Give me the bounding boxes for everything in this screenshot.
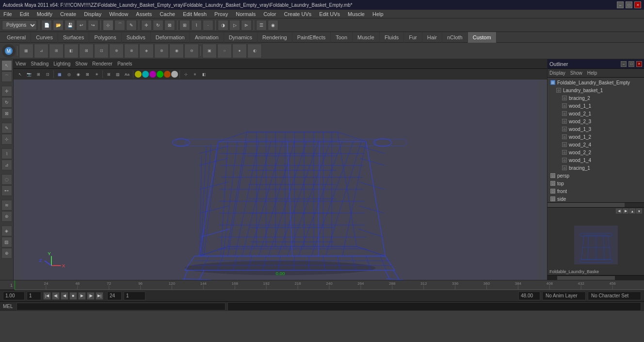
viewport[interactable]: View Shading Lighting Show Renderer Pane… — [14, 59, 547, 280]
minimize-button[interactable]: – — [617, 1, 624, 8]
shelf-icon-16[interactable]: ◐ — [247, 44, 262, 58]
no-anim-layer-field[interactable]: No Anim Layer — [542, 292, 586, 300]
outliner-item[interactable]: □front — [547, 187, 644, 195]
menu-help[interactable]: Help — [371, 11, 385, 17]
vp-color-2[interactable] — [142, 71, 149, 78]
vp-btn-select[interactable]: ↖ — [16, 70, 24, 79]
canvas-3d[interactable]: .wire { stroke: #2233bb; stroke-width: 0… — [14, 80, 547, 280]
outliner-item[interactable]: □side — [547, 195, 644, 202]
tool-rig[interactable]: ⊷ — [1, 185, 12, 196]
play-goto-end[interactable]: ▶| — [96, 292, 103, 300]
mel-input[interactable] — [16, 303, 225, 310]
tool-sculpt[interactable]: ⊹ — [1, 134, 12, 145]
menu-cache[interactable]: Cache — [158, 11, 177, 17]
outliner-item[interactable]: ○wood_2_1 — [547, 110, 644, 117]
thumb-nav-collapse[interactable]: ▼ — [636, 209, 642, 213]
toolbar-scale[interactable]: ⊠ — [164, 20, 175, 31]
toolbar-render[interactable]: ▷ — [229, 20, 240, 31]
shelf-tab-dynamics[interactable]: Dynamics — [224, 32, 258, 43]
shelf-tab-animation[interactable]: Animation — [190, 32, 224, 43]
menu-edit[interactable]: Edit — [18, 11, 31, 17]
toolbar-show-hide[interactable]: ☰ — [256, 20, 267, 31]
shelf-icon-14[interactable]: ○ — [217, 44, 232, 58]
outliner-item[interactable]: □persp — [547, 172, 644, 179]
shelf-tab-rendering[interactable]: Rendering — [258, 32, 292, 43]
play-stop[interactable]: ■ — [69, 292, 77, 300]
shelf-icon-6[interactable]: ⊡ — [94, 44, 109, 58]
toolbar-ipr[interactable]: ⊳ — [241, 20, 252, 31]
vp-btn-extra3[interactable]: ◧ — [200, 70, 209, 79]
menu-create-uvs[interactable]: Create UVs — [282, 11, 313, 17]
menu-color[interactable]: Color — [262, 11, 277, 17]
close-button[interactable]: ✕ — [634, 1, 641, 8]
menu-create[interactable]: Create — [59, 11, 78, 17]
outliner-list[interactable]: ⊞Foldable_Laundry_Basket_Empty○Laundry_b… — [547, 78, 644, 202]
shelf-icon-8[interactable]: ⊗ — [124, 44, 139, 58]
vp-btn-smooth[interactable]: ◎ — [64, 70, 73, 79]
outliner-item[interactable]: ○bracing_2 — [547, 94, 644, 102]
outliner-item[interactable]: ○Laundry_basket_1 — [547, 86, 644, 94]
play-back[interactable]: ◀ — [61, 292, 68, 300]
shelf-maya-logo[interactable]: M — [2, 44, 16, 58]
vp-btn-texture[interactable]: ⊠ — [83, 70, 92, 79]
vp-menu-renderer[interactable]: Renderer — [92, 61, 113, 66]
outliner-item[interactable]: ○wood_2_2 — [547, 148, 644, 156]
tool-curve[interactable]: ⌇ — [1, 148, 12, 159]
toolbar-snap-grid[interactable]: ⊞ — [179, 20, 190, 31]
shelf-tab-deformation[interactable]: Deformation — [151, 32, 190, 43]
outliner-bottom-scroll[interactable] — [547, 275, 644, 280]
vp-menu-shading[interactable]: Shading — [31, 61, 49, 66]
toolbar-save[interactable]: 💾 — [64, 20, 75, 31]
toolbar-paint[interactable]: ✎ — [126, 20, 137, 31]
thumb-nav-expand[interactable]: ▲ — [629, 209, 635, 213]
outliner-item[interactable]: ○bracing_1 — [547, 164, 644, 172]
vp-color-6[interactable] — [171, 71, 178, 78]
shelf-tab-muscle[interactable]: Muscle — [353, 32, 380, 43]
shelf-tab-toon[interactable]: Toon — [331, 32, 353, 43]
outliner-item[interactable]: ⊞Foldable_Laundry_Basket_Empty — [547, 79, 644, 86]
toolbar-open[interactable]: 📂 — [53, 20, 64, 31]
thumb-nav-prev[interactable]: ◀ — [616, 209, 622, 213]
toolbar-new[interactable]: 📄 — [41, 20, 52, 31]
shelf-icon-5[interactable]: ⊠ — [79, 44, 94, 58]
toolbar-undo[interactable]: ↩ — [76, 20, 87, 31]
outliner-menu-help[interactable]: Help — [587, 70, 597, 76]
no-character-set-field[interactable]: No Character Set — [588, 292, 641, 300]
outliner-item[interactable]: □top — [547, 179, 644, 187]
tool-move[interactable]: ✛ — [1, 86, 12, 97]
vp-btn-camera[interactable]: 📷 — [25, 70, 33, 79]
vp-menu-lighting[interactable]: Lighting — [53, 61, 70, 66]
outliner-maximize[interactable]: □ — [628, 61, 634, 67]
vp-btn-wireframe[interactable]: ▦ — [55, 70, 64, 79]
outliner-item[interactable]: ○wood_2_4 — [547, 141, 644, 148]
timeline-track[interactable]: 24 48 72 96 120 144 168 192 216 240 — [15, 280, 644, 290]
shelf-icon-1[interactable]: ▦ — [19, 44, 33, 58]
vp-menu-view[interactable]: View — [16, 61, 26, 66]
menu-assets[interactable]: Assets — [134, 11, 153, 17]
play-step-back[interactable]: ◀| — [52, 292, 60, 300]
menu-normals[interactable]: Normals — [234, 11, 257, 17]
tool-deform[interactable]: ◌ — [1, 174, 12, 185]
menu-modify[interactable]: Modify — [35, 11, 54, 17]
toolbar-history[interactable]: ◑ — [218, 20, 228, 31]
anim-start-frame[interactable]: 1 — [124, 292, 145, 300]
toolbar-redo[interactable]: ↪ — [88, 20, 98, 31]
shelf-icon-4[interactable]: ◧ — [64, 44, 79, 58]
menu-file[interactable]: File — [2, 11, 14, 17]
shelf-tab-fluids[interactable]: Fluids — [380, 32, 404, 43]
shelf-tab-surfaces[interactable]: Surfaces — [58, 32, 89, 43]
toolbar-snap-curve[interactable]: ⌇ — [191, 20, 202, 31]
shelf-tab-polygons[interactable]: Polygons — [89, 32, 121, 43]
menu-display[interactable]: Display — [82, 11, 103, 17]
toolbar-isolate[interactable]: ◉ — [268, 20, 278, 31]
shelf-icon-11[interactable]: ◉ — [169, 44, 184, 58]
shelf-icon-9[interactable]: ◈ — [139, 44, 154, 58]
shelf-icon-2[interactable]: ⊿ — [34, 44, 48, 58]
menu-window[interactable]: Window — [108, 11, 129, 17]
vp-color-5[interactable] — [164, 71, 171, 78]
shelf-tab-curves[interactable]: Curves — [31, 32, 58, 43]
shelf-icon-12[interactable]: ⊖ — [184, 44, 199, 58]
vp-color-3[interactable] — [149, 71, 156, 78]
vp-btn-frame-all[interactable]: ⊞ — [34, 70, 43, 79]
play-forward[interactable]: ▶ — [78, 292, 86, 300]
